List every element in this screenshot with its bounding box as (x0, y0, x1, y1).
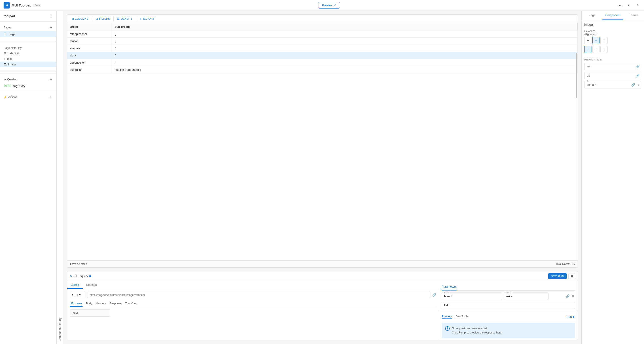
query-panel-left: ⊙ HTTP query (70, 275, 91, 278)
param-value-label: value (444, 291, 450, 293)
tab-config[interactable]: Config (67, 281, 83, 289)
table-row[interactable]: akita [] (67, 52, 578, 59)
method-select[interactable]: GET ▾ (70, 292, 86, 298)
component-library-tab[interactable]: Component library (56, 11, 63, 344)
alt-link-icon[interactable]: 🔗 (636, 74, 640, 78)
subtab-transform[interactable]: Transform (125, 300, 137, 307)
datagrid-container: ⊞ COLUMNS ⊟ FILTERS ☰ DENSITY ⬇ EXPORT (67, 14, 578, 268)
cell-breed: australian (67, 66, 112, 73)
table-row[interactable]: australian ["kelpie","shepherd"] (67, 66, 578, 73)
src-input[interactable] (584, 63, 641, 70)
query-config-right: Parameters value breed (439, 281, 578, 340)
kebab-menu-icon[interactable]: ⋮ (49, 14, 52, 18)
param-breed-wrap: breed (504, 292, 564, 300)
url-query-field-input[interactable] (70, 309, 110, 317)
text-icon: ≡ (4, 57, 5, 61)
sidebar-item-page[interactable]: 📄 page (0, 31, 56, 37)
tab-settings[interactable]: Settings (83, 281, 100, 289)
align-right-button[interactable]: ⊤ (600, 37, 608, 44)
subtab-response[interactable]: Response (110, 300, 122, 307)
cell-subbreeds: [] (112, 59, 578, 66)
cloud-icon[interactable]: ☁ (617, 3, 622, 8)
datagrid-body: affenpinscher [] african [] airedale [] … (67, 31, 578, 260)
cell-subbreeds: [] (112, 45, 578, 52)
scrollbar[interactable] (576, 53, 577, 98)
add-page-button[interactable]: ＋ (49, 25, 52, 30)
properties-section-title: PROPERTIES: (584, 58, 641, 61)
query-config-tabs: Config Settings (67, 281, 439, 289)
pages-label: Pages (4, 26, 11, 29)
actions-section: ⚡ Actions ＋ (0, 91, 56, 103)
config-content: GET ▾ 🔗 URL query Body Headers Response … (67, 289, 439, 319)
align-middle-button[interactable]: ↕ (592, 46, 600, 53)
run-row: Preview Dev Tools Run ▶ (442, 313, 575, 321)
save-button[interactable]: Save ⌘+S (548, 273, 567, 279)
datagrid-rows: affenpinscher [] african [] airedale [] … (67, 31, 578, 73)
add-query-button[interactable]: ＋ (49, 77, 52, 82)
query-item-dogquery[interactable]: HTTP dogQuery (0, 83, 56, 89)
header-breed[interactable]: Breed (67, 23, 112, 30)
devtools-tab[interactable]: Dev Tools (456, 315, 468, 319)
columns-button[interactable]: ⊞ COLUMNS (70, 16, 90, 21)
align-bottom-button[interactable]: ↓ (600, 46, 608, 53)
align-left-button[interactable]: ⊢ (584, 37, 592, 44)
subtab-url-query[interactable]: URL query (70, 300, 82, 307)
settings-icon[interactable]: ✦ (626, 3, 632, 8)
align-top-button[interactable]: ↑ (584, 46, 592, 53)
cell-subbreeds: ["kelpie","shepherd"] (112, 66, 578, 73)
param-value-input[interactable] (442, 292, 502, 300)
hierarchy-item-datagrid[interactable]: ⊞ dataGrid (0, 50, 56, 56)
app-title: MUI Toolpad (12, 3, 32, 7)
add-action-button[interactable]: ＋ (49, 95, 52, 99)
expand-button[interactable]: ⊞ (568, 273, 575, 279)
cell-subbreeds: [] (112, 31, 578, 37)
preview-tab[interactable]: Preview (442, 315, 452, 319)
fit-link-icon[interactable]: 🔗 (631, 83, 635, 87)
header-sub-breeds[interactable]: Sub-breeds (112, 23, 578, 30)
export-button[interactable]: ⬇ EXPORT (138, 16, 156, 21)
alt-input[interactable] (584, 72, 641, 79)
actions-label: ⚡ Actions (4, 96, 17, 99)
param-field-input[interactable] (442, 302, 575, 309)
url-input[interactable] (87, 292, 430, 298)
query-panel: ⊙ HTTP query Save ⌘+S ⊞ Config Setting (67, 271, 578, 340)
table-row[interactable]: airedale [] (67, 45, 578, 52)
run-button[interactable]: Run ▶ (566, 315, 575, 318)
topbar-left: M MUI Toolpad Beta (4, 2, 41, 9)
tab-component[interactable]: Component (602, 11, 623, 20)
param-breed-input[interactable] (504, 292, 548, 300)
query-section-icon: ⊙ (4, 78, 6, 81)
density-button[interactable]: ☰ DENSITY (116, 16, 134, 21)
subtab-body[interactable]: Body (86, 300, 92, 307)
query-body: Config Settings GET ▾ 🔗 (67, 281, 578, 340)
src-input-section: 🔗 🔗 fit contain cover fill none sc (584, 63, 641, 88)
columns-icon: ⊞ (72, 17, 74, 20)
table-row[interactable]: appenzeller [] (67, 59, 578, 66)
help-icon[interactable]: ? (635, 3, 640, 8)
hierarchy-item-image[interactable]: 🖼 image (0, 62, 56, 67)
src-link-icon[interactable]: 🔗 (636, 65, 640, 68)
hierarchy-text-label: text (7, 57, 12, 61)
tab-page[interactable]: Page (582, 11, 602, 20)
src-input-wrap: 🔗 (584, 63, 641, 70)
hierarchy-item-text[interactable]: ≡ text (0, 56, 56, 62)
param-field-wrap (442, 302, 575, 309)
preview-button[interactable]: Preview ↗ (318, 2, 340, 9)
image-icon: 🖼 (4, 63, 6, 66)
tab-theme[interactable]: Theme (623, 11, 644, 20)
params-tab[interactable]: Parameters (442, 283, 456, 290)
query-panel-header: ⊙ HTTP query Save ⌘+S ⊞ (67, 271, 578, 281)
table-row[interactable]: african [] (67, 38, 578, 45)
url-link-icon[interactable]: 🔗 (432, 293, 436, 297)
alt-input-wrap: 🔗 (584, 72, 641, 79)
align-center-button[interactable]: ⊣ (592, 37, 600, 44)
table-row[interactable]: affenpinscher [] (67, 31, 578, 38)
filters-button[interactable]: ⊟ FILTERS (94, 16, 112, 21)
subtab-headers[interactable]: Headers (96, 300, 106, 307)
selected-rows-label: 1 row selected (70, 262, 87, 266)
param-link-icon[interactable]: 🔗 (566, 294, 570, 298)
param-delete-icon[interactable]: 🗑 (571, 294, 575, 298)
datagrid-header: Breed Sub-breeds (67, 23, 578, 31)
page-icon: 📄 (4, 33, 7, 36)
run-icon: ▶ (573, 315, 575, 318)
